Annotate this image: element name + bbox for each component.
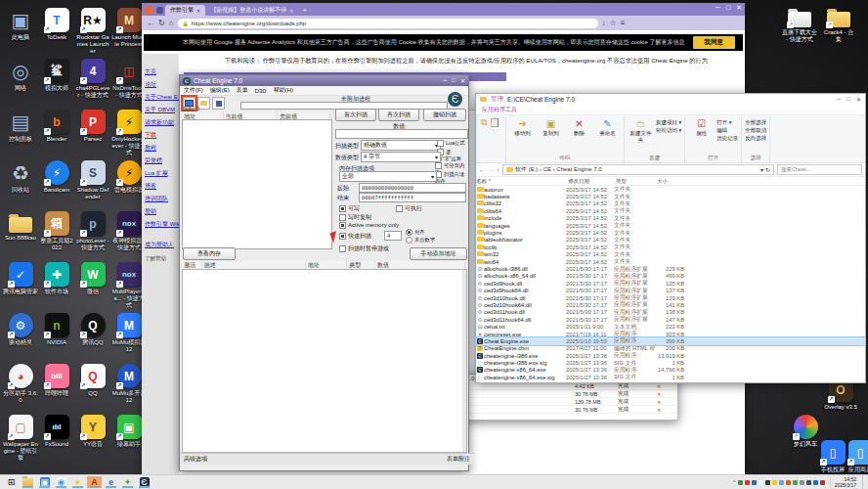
taskbar-a-app-icon[interactable]: A — [87, 476, 102, 488]
file-row[interactable]: win642025/3/17 14:52文件夹 — [476, 258, 865, 265]
sidebar-link[interactable]: 下载 — [142, 129, 179, 142]
add-address-button[interactable]: 手动添加地址 — [410, 247, 467, 260]
file-row[interactable]: ⚙ced3d10hook64.dll2021/5/30 17:17应用程序扩展1… — [476, 301, 865, 308]
ce-menu-item[interactable]: D3D — [255, 88, 267, 94]
taskbar-green-app-icon[interactable]: ✦ — [120, 476, 135, 488]
new-tab-button[interactable]: + — [302, 6, 307, 15]
desktop-icon[interactable]: p↗photoLever - 快捷方式 — [75, 211, 110, 251]
file-row[interactable]: clibs642025/3/17 14:52文件夹 — [476, 207, 865, 214]
tray-icon[interactable] — [786, 480, 791, 485]
ce-close-button[interactable]: ✕ — [460, 77, 465, 84]
desktop-icon[interactable]: ▤控制面板 — [3, 110, 38, 143]
file-column-header[interactable]: 修改日期 — [568, 178, 616, 185]
file-row[interactable]: ⚙allochook-i386.dll2021/5/30 17:17应用程序扩展… — [476, 265, 865, 272]
ribbon-button[interactable]: ➔移动到 — [509, 117, 536, 137]
tab-close-icon[interactable]: ✕ — [289, 8, 293, 14]
download-remove-icon[interactable]: ✕ — [657, 391, 661, 397]
browser-close-button[interactable]: ✕ — [736, 4, 742, 12]
fast-scan-checkbox[interactable]: 快速扫描 — [339, 232, 371, 241]
taskbar-browser-swirl-icon[interactable]: ◉ — [54, 476, 68, 488]
desktop-icon[interactable]: ♻回收站 — [3, 160, 38, 194]
desktop-icon[interactable]: ▣此电脑 — [3, 8, 38, 41]
found-address-list[interactable] — [182, 119, 332, 249]
value-input[interactable] — [335, 129, 468, 139]
tray-icon[interactable] — [765, 480, 770, 485]
sidebar-link[interactable]: 荣誉榜 — [142, 155, 179, 167]
file-row[interactable]: ▢cheatengine-x86_64.exe.sig2025/1/27 13:… — [476, 374, 865, 380]
lua-formula-checkbox[interactable]: Lua公式 — [437, 140, 464, 147]
desktop-icon[interactable]: ⚡↗Bandicam — [39, 160, 74, 194]
file-row[interactable]: autorun2025/3/17 14:52文件夹 — [476, 186, 865, 193]
browser-tab[interactable]: 【新视频】整蛊小说讲解不停✕ — [205, 5, 298, 16]
tray-icon[interactable] — [738, 480, 743, 485]
cheat-table[interactable] — [182, 269, 467, 453]
ribbon-small-button[interactable]: 轻松访问 ▾ — [656, 127, 681, 134]
ce-menu-item[interactable]: 文件(F) — [184, 86, 203, 95]
align-radio[interactable]: 对齐 — [406, 229, 425, 236]
taskbar-edge-icon[interactable]: e — [104, 476, 118, 488]
cookie-agree-button[interactable]: 我同意 — [693, 36, 736, 49]
sidebar-link[interactable]: 关于 DBVM — [142, 104, 179, 116]
advanced-options-link[interactable]: 高级选项 — [184, 455, 207, 464]
download-remove-icon[interactable]: ✕ — [657, 407, 661, 413]
desktop-icon[interactable]: ✚↗软件市场 — [39, 262, 74, 295]
ribbon-small-button[interactable]: 编辑 — [716, 127, 738, 134]
desktop-icon[interactable]: ◕↗分区助手 3.6.0 — [3, 364, 38, 404]
taskbar-yellow-app-icon[interactable]: ● — [70, 476, 85, 488]
desktop-icon[interactable]: 4↗cha4PGLever - 快捷方式 — [75, 59, 110, 99]
file-row[interactable]: ⚙allochook-x86_64.dll2021/5/30 17:17应用程序… — [476, 273, 865, 280]
tray-icon[interactable] — [813, 480, 818, 485]
copy-on-write-checkbox[interactable]: 写时复制 — [339, 213, 371, 222]
desktop-icon[interactable]: Q↗腾讯QQ — [75, 313, 110, 346]
ribbon-small-button[interactable]: 全部取消 — [745, 127, 766, 134]
ribbon-small-button[interactable]: 全部选择 — [745, 119, 766, 126]
download-row[interactable]: 30.76 MB完成✕ — [443, 406, 677, 414]
tray-expand-icon[interactable]: ^ — [733, 479, 736, 485]
found-list-column-header[interactable]: 先前值 — [278, 112, 330, 119]
start-address-input[interactable]: 0000000000000000 — [359, 183, 466, 193]
file-row[interactable]: ЄCheat Engine.exe2025/1/10 19:53应用程序399 … — [476, 337, 865, 344]
refresh-icon[interactable]: ↻ — [158, 19, 165, 27]
ce-minimize-button[interactable]: ─ — [443, 77, 447, 84]
desktop-icon[interactable]: S↗Shadow Defender — [75, 160, 110, 200]
explorer-search-box[interactable]: 搜索Cheat.. — [777, 164, 862, 175]
taskbar-file-explorer-icon[interactable] — [21, 476, 35, 488]
ce-menu-item[interactable]: 编辑(E) — [210, 86, 230, 95]
file-column-header[interactable]: 名称 ^ — [476, 178, 568, 185]
memory-preset-dropdown[interactable]: 全部▾ — [339, 171, 437, 182]
ribbon-button[interactable]: ▣复制到 — [538, 117, 564, 137]
desktop-icon[interactable]: T↗ToDesk — [39, 8, 74, 41]
desktop-icon[interactable]: ◎网络 — [3, 59, 38, 92]
download-remove-icon[interactable]: ✕ — [657, 399, 661, 405]
file-row[interactable]: Єcheatengine-i386.exe2025/1/27 13:36应用程序… — [476, 352, 865, 359]
file-row[interactable]: ?CheatEngine.chm2017/4/27 11:00编译的 HTML … — [476, 345, 865, 352]
file-row[interactable]: ⚙ced3d11hook64.dll2021/5/30 17:17应用程序扩展1… — [476, 316, 865, 323]
file-column-header[interactable]: 大小 — [657, 178, 686, 185]
save-table-button[interactable] — [212, 97, 225, 110]
tab-close-icon[interactable]: ✕ — [196, 8, 200, 14]
browser-maximize-button[interactable]: □ — [726, 4, 730, 12]
browser-logo-icon[interactable] — [145, 6, 153, 15]
file-row[interactable]: tcclib2025/3/17 14:52文件夹 — [476, 244, 865, 250]
found-list-column-header[interactable]: 当前值 — [224, 112, 279, 119]
taskbar-cheat-engine-icon[interactable]: Є — [137, 476, 152, 488]
ribbon-button[interactable]: ☑属性 — [688, 117, 715, 137]
desktop-icon[interactable]: ▯↗应用商店 — [843, 440, 868, 473]
desktop-icon[interactable]: 鲨↗模拟大师 — [39, 59, 74, 92]
table-extras-link[interactable]: 表单附注 — [447, 455, 470, 464]
found-list-column-header[interactable]: 地址 — [182, 112, 224, 119]
file-row[interactable]: clibs322025/3/17 14:52文件夹 — [476, 200, 865, 207]
sidebar-link[interactable]: 博客 — [142, 180, 179, 193]
ribbon-small-button[interactable]: 新建项目 ▾ — [656, 119, 681, 126]
desktop-icon[interactable]: Q↗QQ — [75, 364, 110, 397]
address-bar[interactable]: 🔒 https://www.cheatengine.org/downloads.… — [178, 19, 598, 28]
file-row[interactable]: include2025/3/17 14:52文件夹 — [476, 215, 865, 222]
show-desktop-button[interactable] — [862, 475, 866, 489]
tray-icon[interactable] — [820, 480, 825, 485]
tray-icon[interactable] — [772, 480, 777, 485]
desktop-icon[interactable]: P↗Parsec — [75, 110, 110, 143]
ce-logo[interactable]: Є — [448, 92, 462, 107]
first-scan-button[interactable]: 首次扫描 — [335, 109, 376, 121]
browser-tab[interactable]: 作弊引擎✕ — [165, 5, 205, 16]
file-row[interactable]: ▢cheatengine-i386.exe.sig2025/1/27 13:36… — [476, 359, 865, 366]
